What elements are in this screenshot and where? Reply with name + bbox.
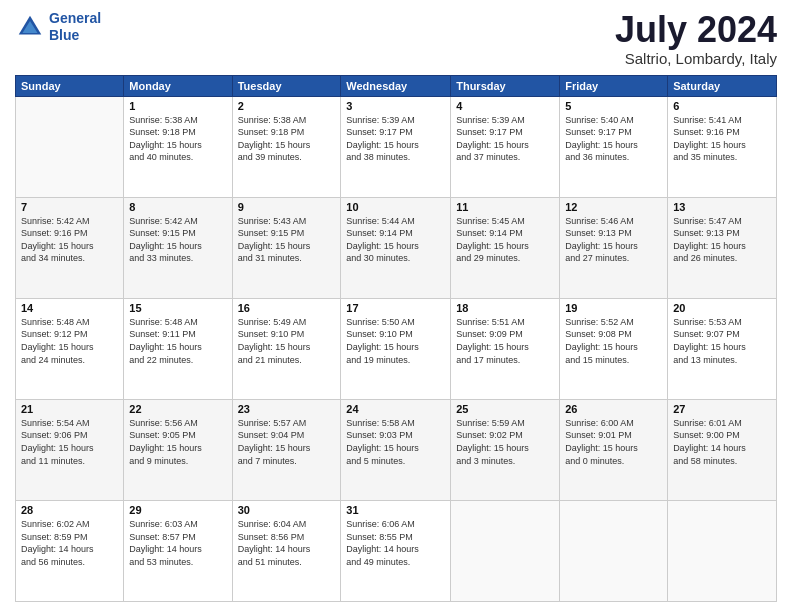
day-number: 5 [565,100,662,112]
calendar-cell [16,96,124,197]
calendar-cell: 10Sunrise: 5:44 AM Sunset: 9:14 PM Dayli… [341,197,451,298]
logo-text: General Blue [49,10,101,44]
day-number: 14 [21,302,118,314]
calendar-cell: 28Sunrise: 6:02 AM Sunset: 8:59 PM Dayli… [16,500,124,601]
calendar-cell: 4Sunrise: 5:39 AM Sunset: 9:17 PM Daylig… [451,96,560,197]
calendar-cell: 31Sunrise: 6:06 AM Sunset: 8:55 PM Dayli… [341,500,451,601]
day-number: 1 [129,100,226,112]
calendar-cell: 6Sunrise: 5:41 AM Sunset: 9:16 PM Daylig… [668,96,777,197]
day-number: 4 [456,100,554,112]
day-info: Sunrise: 5:46 AM Sunset: 9:13 PM Dayligh… [565,215,662,265]
calendar-cell [560,500,668,601]
day-info: Sunrise: 5:43 AM Sunset: 9:15 PM Dayligh… [238,215,336,265]
calendar-cell: 12Sunrise: 5:46 AM Sunset: 9:13 PM Dayli… [560,197,668,298]
logo: General Blue [15,10,101,44]
day-number: 27 [673,403,771,415]
weekday-header: Sunday [16,75,124,96]
day-info: Sunrise: 5:45 AM Sunset: 9:14 PM Dayligh… [456,215,554,265]
day-number: 28 [21,504,118,516]
calendar-cell: 11Sunrise: 5:45 AM Sunset: 9:14 PM Dayli… [451,197,560,298]
title-block: July 2024 Saltrio, Lombardy, Italy [615,10,777,67]
day-info: Sunrise: 5:42 AM Sunset: 9:16 PM Dayligh… [21,215,118,265]
day-info: Sunrise: 5:39 AM Sunset: 9:17 PM Dayligh… [456,114,554,164]
calendar-cell: 17Sunrise: 5:50 AM Sunset: 9:10 PM Dayli… [341,298,451,399]
day-number: 23 [238,403,336,415]
calendar-cell: 23Sunrise: 5:57 AM Sunset: 9:04 PM Dayli… [232,399,341,500]
day-number: 16 [238,302,336,314]
calendar-cell: 25Sunrise: 5:59 AM Sunset: 9:02 PM Dayli… [451,399,560,500]
calendar: SundayMondayTuesdayWednesdayThursdayFrid… [15,75,777,602]
day-number: 20 [673,302,771,314]
calendar-week-row: 7Sunrise: 5:42 AM Sunset: 9:16 PM Daylig… [16,197,777,298]
day-number: 8 [129,201,226,213]
calendar-week-row: 14Sunrise: 5:48 AM Sunset: 9:12 PM Dayli… [16,298,777,399]
day-info: Sunrise: 5:49 AM Sunset: 9:10 PM Dayligh… [238,316,336,366]
day-info: Sunrise: 6:00 AM Sunset: 9:01 PM Dayligh… [565,417,662,467]
day-info: Sunrise: 5:53 AM Sunset: 9:07 PM Dayligh… [673,316,771,366]
day-info: Sunrise: 5:50 AM Sunset: 9:10 PM Dayligh… [346,316,445,366]
day-info: Sunrise: 5:40 AM Sunset: 9:17 PM Dayligh… [565,114,662,164]
day-info: Sunrise: 6:02 AM Sunset: 8:59 PM Dayligh… [21,518,118,568]
day-number: 2 [238,100,336,112]
calendar-cell: 19Sunrise: 5:52 AM Sunset: 9:08 PM Dayli… [560,298,668,399]
calendar-cell: 18Sunrise: 5:51 AM Sunset: 9:09 PM Dayli… [451,298,560,399]
calendar-cell: 27Sunrise: 6:01 AM Sunset: 9:00 PM Dayli… [668,399,777,500]
weekday-header: Thursday [451,75,560,96]
day-info: Sunrise: 5:41 AM Sunset: 9:16 PM Dayligh… [673,114,771,164]
day-number: 17 [346,302,445,314]
month-title: July 2024 [615,10,777,50]
day-number: 31 [346,504,445,516]
calendar-cell [451,500,560,601]
day-number: 13 [673,201,771,213]
calendar-cell: 16Sunrise: 5:49 AM Sunset: 9:10 PM Dayli… [232,298,341,399]
calendar-cell: 22Sunrise: 5:56 AM Sunset: 9:05 PM Dayli… [124,399,232,500]
calendar-cell: 26Sunrise: 6:00 AM Sunset: 9:01 PM Dayli… [560,399,668,500]
logo-line1: General [49,10,101,26]
day-number: 29 [129,504,226,516]
header: General Blue July 2024 Saltrio, Lombardy… [15,10,777,67]
weekday-header: Saturday [668,75,777,96]
location: Saltrio, Lombardy, Italy [615,50,777,67]
calendar-cell [668,500,777,601]
day-info: Sunrise: 5:48 AM Sunset: 9:12 PM Dayligh… [21,316,118,366]
day-number: 19 [565,302,662,314]
calendar-cell: 9Sunrise: 5:43 AM Sunset: 9:15 PM Daylig… [232,197,341,298]
day-number: 10 [346,201,445,213]
calendar-cell: 7Sunrise: 5:42 AM Sunset: 9:16 PM Daylig… [16,197,124,298]
day-number: 30 [238,504,336,516]
calendar-cell: 20Sunrise: 5:53 AM Sunset: 9:07 PM Dayli… [668,298,777,399]
day-info: Sunrise: 5:51 AM Sunset: 9:09 PM Dayligh… [456,316,554,366]
calendar-cell: 14Sunrise: 5:48 AM Sunset: 9:12 PM Dayli… [16,298,124,399]
day-number: 15 [129,302,226,314]
day-info: Sunrise: 5:56 AM Sunset: 9:05 PM Dayligh… [129,417,226,467]
weekday-header: Tuesday [232,75,341,96]
day-number: 25 [456,403,554,415]
logo-line2: Blue [49,27,79,43]
calendar-week-row: 28Sunrise: 6:02 AM Sunset: 8:59 PM Dayli… [16,500,777,601]
logo-icon [15,12,45,42]
calendar-cell: 2Sunrise: 5:38 AM Sunset: 9:18 PM Daylig… [232,96,341,197]
day-info: Sunrise: 5:48 AM Sunset: 9:11 PM Dayligh… [129,316,226,366]
calendar-header-row: SundayMondayTuesdayWednesdayThursdayFrid… [16,75,777,96]
calendar-cell: 5Sunrise: 5:40 AM Sunset: 9:17 PM Daylig… [560,96,668,197]
weekday-header: Monday [124,75,232,96]
day-info: Sunrise: 5:54 AM Sunset: 9:06 PM Dayligh… [21,417,118,467]
day-info: Sunrise: 6:03 AM Sunset: 8:57 PM Dayligh… [129,518,226,568]
page: General Blue July 2024 Saltrio, Lombardy… [0,0,792,612]
day-info: Sunrise: 5:52 AM Sunset: 9:08 PM Dayligh… [565,316,662,366]
calendar-cell: 21Sunrise: 5:54 AM Sunset: 9:06 PM Dayli… [16,399,124,500]
day-info: Sunrise: 6:01 AM Sunset: 9:00 PM Dayligh… [673,417,771,467]
day-info: Sunrise: 5:38 AM Sunset: 9:18 PM Dayligh… [129,114,226,164]
day-number: 3 [346,100,445,112]
calendar-week-row: 21Sunrise: 5:54 AM Sunset: 9:06 PM Dayli… [16,399,777,500]
day-number: 21 [21,403,118,415]
day-info: Sunrise: 6:06 AM Sunset: 8:55 PM Dayligh… [346,518,445,568]
day-number: 7 [21,201,118,213]
calendar-cell: 30Sunrise: 6:04 AM Sunset: 8:56 PM Dayli… [232,500,341,601]
weekday-header: Wednesday [341,75,451,96]
day-info: Sunrise: 5:42 AM Sunset: 9:15 PM Dayligh… [129,215,226,265]
calendar-cell: 1Sunrise: 5:38 AM Sunset: 9:18 PM Daylig… [124,96,232,197]
day-number: 26 [565,403,662,415]
calendar-cell: 8Sunrise: 5:42 AM Sunset: 9:15 PM Daylig… [124,197,232,298]
day-info: Sunrise: 5:47 AM Sunset: 9:13 PM Dayligh… [673,215,771,265]
